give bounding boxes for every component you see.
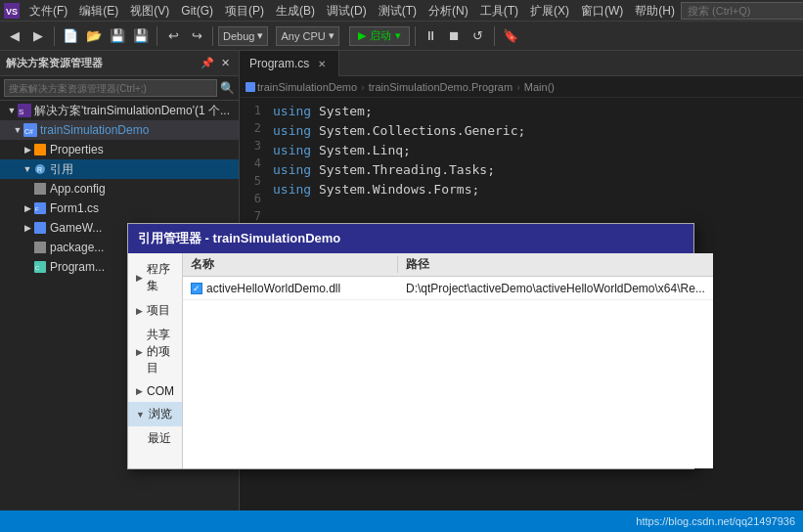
svg-text:C#: C# [24, 128, 33, 135]
svg-rect-12 [34, 222, 46, 234]
program-label: Program... [50, 260, 105, 274]
tree-solution[interactable]: ▼ S 解决方案'trainSimulationDemo'(1 个... [0, 101, 239, 120]
toolbar-forward-btn[interactable]: ▶ [27, 25, 49, 47]
run-button[interactable]: ▶ 启动 ▾ [349, 26, 410, 46]
tree-appconfig[interactable]: App.config [0, 179, 239, 199]
ref-nav-browse[interactable]: ▼ 浏览 [128, 402, 182, 426]
ref-nav-shared[interactable]: ▶ 共享的项目 [128, 323, 182, 380]
menu-view[interactable]: 视图(V) [124, 0, 175, 22]
toolbar-bookmark-btn[interactable]: 🔖 [500, 25, 521, 47]
code-line-5: using System.Windows.Forms; [273, 180, 803, 200]
tree-project[interactable]: ▼ C# trainSimulationDemo [0, 120, 239, 140]
menu-git[interactable]: Git(G) [175, 0, 219, 22]
tab-close-btn[interactable]: ✕ [315, 57, 329, 70]
breadcrumb-method-label: Main() [524, 81, 555, 93]
package-label: package... [50, 241, 104, 254]
game-expand-arrow[interactable]: ▶ [22, 222, 33, 234]
close-sidebar-icon[interactable]: ✕ [217, 56, 233, 71]
solution-expand-arrow[interactable]: ▼ [6, 105, 18, 116]
toolbar-save-all-btn[interactable]: 💾 [130, 25, 152, 47]
ref-row-1-name: ✓ activeHelloWorldDemo.dll [183, 282, 398, 295]
toolbar-redo-btn[interactable]: ↪ [186, 25, 207, 47]
run-icon: ▶ [358, 29, 366, 42]
code-line-2: using System.Collections.Generic; [273, 121, 803, 141]
toolbar-restart-btn[interactable]: ↺ [468, 25, 489, 47]
code-line-1: using System; [273, 102, 803, 121]
svg-rect-13 [34, 242, 46, 253]
vs-logo: VS [4, 3, 20, 19]
cpu-config-label: Any CPU [281, 30, 325, 42]
program-placeholder [22, 261, 33, 273]
properties-label: Properties [50, 143, 104, 156]
cpu-config-arrow: ▾ [329, 29, 335, 42]
svg-rect-9 [34, 183, 46, 195]
menu-project[interactable]: 项目(P) [219, 0, 270, 22]
sidebar-search-input[interactable] [4, 79, 217, 97]
tab-program-cs[interactable]: Program.cs ✕ [240, 51, 339, 76]
breadcrumb-project: trainSimulationDemo [245, 81, 357, 93]
menu-edit[interactable]: 编辑(E) [73, 0, 124, 22]
ref-nav-assemblies[interactable]: ▶ 程序集 [128, 257, 182, 298]
form1-expand-arrow[interactable]: ▶ [22, 202, 33, 214]
package-placeholder [22, 242, 33, 253]
projects-label: 项目 [147, 302, 170, 319]
references-expand-arrow[interactable]: ▼ [22, 163, 33, 175]
game-icon [33, 221, 47, 235]
svg-text:VS: VS [6, 7, 18, 17]
code-line-3: using System.Linq; [273, 141, 803, 160]
toolbar: ◀ ▶ 📄 📂 💾 💾 ↩ ↪ Debug ▾ Any CPU ▾ ▶ 启动 ▾… [0, 22, 803, 51]
properties-expand-arrow[interactable]: ▶ [22, 144, 33, 155]
toolbar-back-btn[interactable]: ◀ [4, 25, 25, 47]
ref-table-header: 名称 路径 [183, 253, 713, 277]
menu-test[interactable]: 测试(T) [373, 0, 423, 22]
menu-build[interactable]: 生成(B) [270, 0, 321, 22]
menu-help[interactable]: 帮助(H) [629, 0, 681, 22]
com-arrow: ▶ [136, 386, 143, 396]
ref-nav-projects[interactable]: ▶ 项目 [128, 298, 182, 323]
breadcrumb-sep-1: › [361, 81, 365, 93]
menu-analyze[interactable]: 分析(N) [423, 0, 474, 22]
form1-label: Form1.cs [50, 201, 99, 215]
toolbar-open-btn[interactable]: 📂 [83, 25, 105, 47]
program-icon: C [33, 260, 47, 274]
ref-table-row-1[interactable]: ✓ activeHelloWorldDemo.dll D:\qtProject\… [183, 277, 713, 300]
toolbar-sep-1 [54, 26, 55, 46]
toolbar-stop-btn[interactable]: ⏹ [444, 25, 466, 47]
svg-text:R: R [37, 166, 42, 173]
tab-label: Program.cs [249, 57, 309, 70]
appconfig-label: App.config [50, 182, 106, 196]
projects-arrow: ▶ [136, 306, 143, 316]
menu-file[interactable]: 文件(F) [23, 0, 73, 22]
ref-nav-com[interactable]: ▶ COM [128, 380, 182, 402]
cpu-config-dropdown[interactable]: Any CPU ▾ [276, 26, 338, 46]
toolbar-pause-btn[interactable]: ⏸ [421, 25, 442, 47]
menu-window[interactable]: 窗口(W) [575, 0, 629, 22]
sidebar-header-icons: 📌 ✕ [200, 56, 233, 71]
project-expand-arrow[interactable]: ▼ [12, 124, 23, 136]
package-icon [33, 241, 47, 254]
svg-text:S: S [19, 108, 23, 116]
project-icon: C# [23, 123, 37, 137]
menu-bar: VS 文件(F) 编辑(E) 视图(V) Git(G) 项目(P) 生成(B) … [0, 0, 803, 22]
tree-references[interactable]: ▼ R 引用 [0, 159, 239, 179]
breadcrumb-method: Main() [524, 81, 555, 93]
ref-nav-recent[interactable]: 最近 [128, 426, 182, 451]
appconfig-icon [33, 182, 47, 196]
debug-config-dropdown[interactable]: Debug ▾ [218, 26, 268, 46]
ref-row-1-checkbox[interactable]: ✓ [191, 283, 202, 294]
tree-form1[interactable]: ▶ F Form1.cs [0, 199, 239, 218]
toolbar-new-btn[interactable]: 📄 [60, 25, 81, 47]
menu-search-input[interactable] [681, 2, 803, 20]
tree-properties[interactable]: ▶ Properties [0, 140, 239, 159]
ref-manager-body: ▶ 程序集 ▶ 项目 ▶ 共享的项目 ▶ COM ▼ 浏览 最近 [128, 253, 693, 468]
col-name: 名称 [183, 256, 398, 273]
toolbar-undo-btn[interactable]: ↩ [162, 25, 184, 47]
toolbar-save-btn[interactable]: 💾 [107, 25, 128, 47]
menu-extensions[interactable]: 扩展(X) [524, 0, 575, 22]
pin-icon[interactable]: 📌 [200, 56, 215, 71]
menu-tools[interactable]: 工具(T) [474, 0, 524, 22]
editor-tab-bar: Program.cs ✕ [240, 51, 803, 76]
properties-icon [33, 143, 47, 156]
menu-debug[interactable]: 调试(D) [321, 0, 373, 22]
recent-label: 最近 [148, 430, 171, 447]
